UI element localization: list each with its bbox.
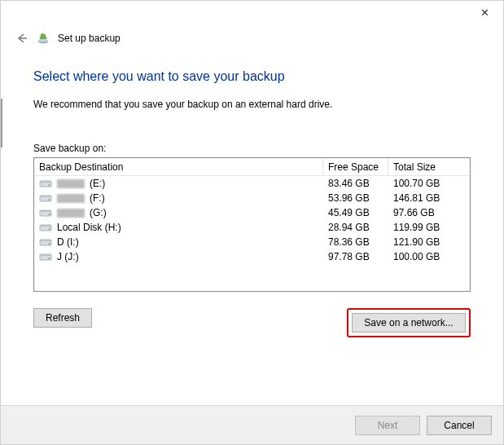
drive-destination: D (I:) [34,236,323,248]
drive-destination: Local Disk (H:) [34,222,323,233]
drive-free-space: 28.94 GB [323,222,388,233]
drive-list-header: Backup Destination Free Space Total Size [34,158,470,176]
svg-point-20 [49,258,50,259]
svg-point-17 [49,243,50,245]
page-subtext: We recommend that you save your backup o… [33,99,471,110]
drive-row[interactable]: D (I:)78.36 GB121.90 GB [34,235,470,249]
drive-free-space: 83.46 GB [323,178,388,189]
drive-label: (F:) [90,192,105,204]
decorative-edge [1,99,2,148]
redacted-label [57,194,85,203]
dialog-footer: Next Cancel [1,405,503,444]
next-button: Next [355,416,420,435]
drive-icon [39,237,52,247]
back-arrow-icon[interactable] [15,32,28,45]
drive-total-size: 100.00 GB [388,251,470,262]
col-header-free-space[interactable]: Free Space [323,158,388,175]
window-title: Set up backup [58,33,121,44]
drive-label: (E:) [90,178,105,189]
close-button[interactable]: ✕ [467,1,503,24]
drive-icon [39,222,52,232]
save-on-network-button[interactable]: Save on a network... [352,313,466,333]
drive-destination: (F:) [34,192,323,204]
list-label: Save backup on: [33,143,471,154]
drive-list: Backup Destination Free Space Total Size… [33,157,471,292]
cancel-button[interactable]: Cancel [427,416,492,435]
button-row: Refresh Save on a network... [33,308,471,337]
svg-rect-16 [40,240,51,241]
svg-point-14 [49,228,50,230]
drive-label: J (J:) [57,251,79,262]
svg-point-11 [49,214,50,215]
drive-row[interactable]: (G:)45.49 GB97.66 GB [34,205,470,220]
drive-row[interactable]: (E:)83.46 GB100.70 GB [34,176,470,191]
drive-destination: (E:) [34,178,323,189]
drive-destination: J (J:) [34,251,323,262]
titlebar: ✕ [1,1,503,25]
drive-free-space: 53.96 GB [323,192,388,204]
redacted-label [57,179,85,188]
drive-icon [39,208,52,218]
drive-total-size: 100.70 GB [388,178,470,189]
content-area: Select where you want to save your backu… [1,45,503,337]
drive-row[interactable]: Local Disk (H:)28.94 GB119.99 GB [34,220,470,235]
svg-point-5 [49,184,50,186]
drive-list-body: (E:)83.46 GB100.70 GB(F:)53.96 GB146.81 … [34,176,470,264]
drive-label: Local Disk (H:) [57,222,121,233]
refresh-button[interactable]: Refresh [33,308,92,328]
drive-row[interactable]: (F:)53.96 GB146.81 GB [34,191,470,205]
header-row: Set up backup [1,25,503,45]
page-heading: Select where you want to save your backu… [33,69,471,84]
svg-rect-7 [40,196,51,197]
svg-rect-10 [40,210,51,212]
drive-destination: (G:) [34,207,323,218]
svg-rect-19 [40,254,51,256]
drive-total-size: 97.66 GB [388,207,470,218]
col-header-destination[interactable]: Backup Destination [34,158,323,175]
drive-icon [39,193,52,203]
svg-rect-4 [40,181,51,183]
drive-free-space: 45.49 GB [323,207,388,218]
drive-total-size: 119.99 GB [388,222,470,233]
drive-free-space: 78.36 GB [323,236,388,248]
backup-app-icon [37,32,50,45]
drive-row[interactable]: J (J:)97.78 GB100.00 GB [34,249,470,264]
drive-icon [39,178,52,188]
col-header-total-size[interactable]: Total Size [388,158,470,175]
drive-label: (G:) [90,207,107,218]
drive-total-size: 146.81 GB [388,192,470,204]
drive-icon [39,252,52,262]
highlight-annotation: Save on a network... [347,308,471,337]
drive-label: D (I:) [57,236,79,248]
svg-rect-13 [40,225,51,227]
svg-point-8 [49,199,50,200]
drive-free-space: 97.78 GB [323,251,388,262]
redacted-label [57,209,85,218]
drive-total-size: 121.90 GB [388,236,470,248]
